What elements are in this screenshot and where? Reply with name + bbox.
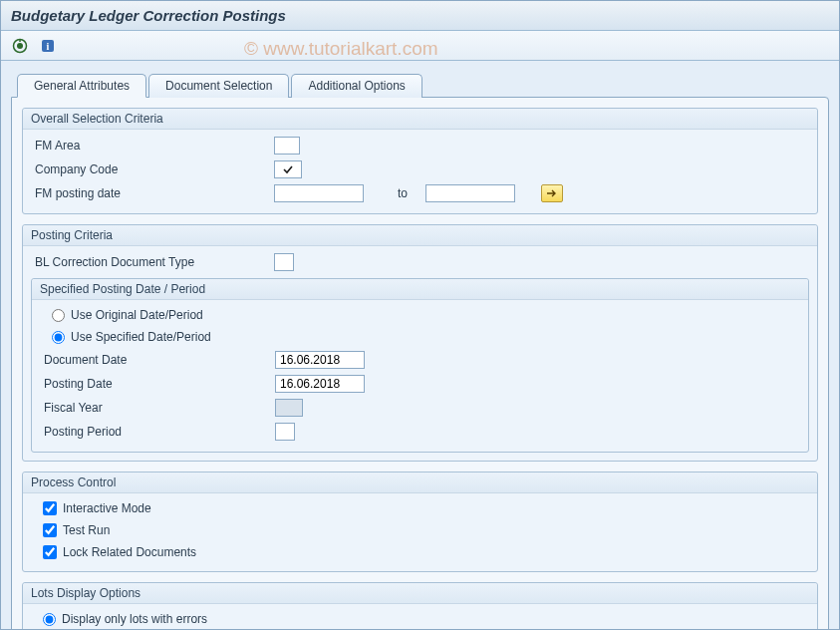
group-title-process: Process Control [23,472,817,493]
fiscal-year-input [275,399,303,417]
execute-icon [12,38,28,54]
label-posting-date: Posting Date [40,377,271,391]
tab-general-attributes[interactable]: General Attributes [17,74,146,98]
check-icon [282,163,294,175]
radio-specified-date[interactable] [52,331,65,344]
body-area: General Attributes Document Selection Ad… [1,61,839,630]
label-radio-specified: Use Specified Date/Period [71,330,211,344]
svg-point-1 [17,43,23,49]
label-interactive-mode: Interactive Mode [63,501,151,515]
group-title-posting: Posting Criteria [23,225,817,246]
title-bar: Budgetary Ledger Correction Postings [1,1,839,31]
fm-area-input[interactable] [274,137,300,155]
group-lots-display: Lots Display Options Display only lots w… [22,582,818,630]
group-overall-selection: Overall Selection Criteria FM Area Compa… [22,108,818,214]
subgroup-specified-posting: Specified Posting Date / Period Use Orig… [31,278,809,453]
label-fm-area: FM Area [31,139,270,153]
page-title: Budgetary Ledger Correction Postings [11,7,829,24]
group-title-lots: Lots Display Options [23,583,817,604]
tab-panel: Overall Selection Criteria FM Area Compa… [11,97,829,630]
checkbox-interactive-mode[interactable] [43,501,57,515]
checkbox-test-run[interactable] [43,523,57,537]
posting-period-input[interactable] [275,423,295,441]
info-button[interactable]: i [37,36,59,56]
fm-posting-date-to-input[interactable] [425,184,515,202]
company-code-field[interactable] [274,160,302,178]
label-radio-original: Use Original Date/Period [71,308,203,322]
label-document-date: Document Date [40,353,271,367]
multiple-selection-button[interactable] [541,184,563,202]
radio-original-date[interactable] [52,309,65,322]
checkbox-lock-related[interactable] [43,545,57,559]
label-posting-period: Posting Period [40,425,271,439]
tab-document-selection[interactable]: Document Selection [148,74,289,98]
label-lock-related: Lock Related Documents [63,545,196,559]
label-fiscal-year: Fiscal Year [40,401,271,415]
execute-button[interactable] [9,36,31,56]
group-posting-criteria: Posting Criteria BL Correction Document … [22,224,818,462]
bl-doc-type-input[interactable] [274,253,294,271]
tab-row: General Attributes Document Selection Ad… [17,73,829,97]
posting-date-input[interactable] [275,375,365,393]
label-lots-errors: Display only lots with errors [62,612,207,626]
label-company-code: Company Code [31,162,270,176]
svg-text:i: i [47,41,50,52]
info-icon: i [40,38,56,54]
subgroup-title: Specified Posting Date / Period [32,279,808,300]
radio-lots-errors[interactable] [43,613,56,626]
label-to: to [398,186,408,200]
label-bl-doc-type: BL Correction Document Type [31,255,270,269]
tab-additional-options[interactable]: Additional Options [291,74,421,98]
arrow-right-icon [546,188,558,198]
document-date-input[interactable] [275,351,365,369]
label-test-run: Test Run [63,523,110,537]
fm-posting-date-from-input[interactable] [274,184,364,202]
label-fm-posting-date: FM posting date [31,186,270,200]
group-process-control: Process Control Interactive Mode Test Ru… [22,472,818,572]
group-title-overall: Overall Selection Criteria [23,109,817,130]
toolbar: i [1,31,839,61]
